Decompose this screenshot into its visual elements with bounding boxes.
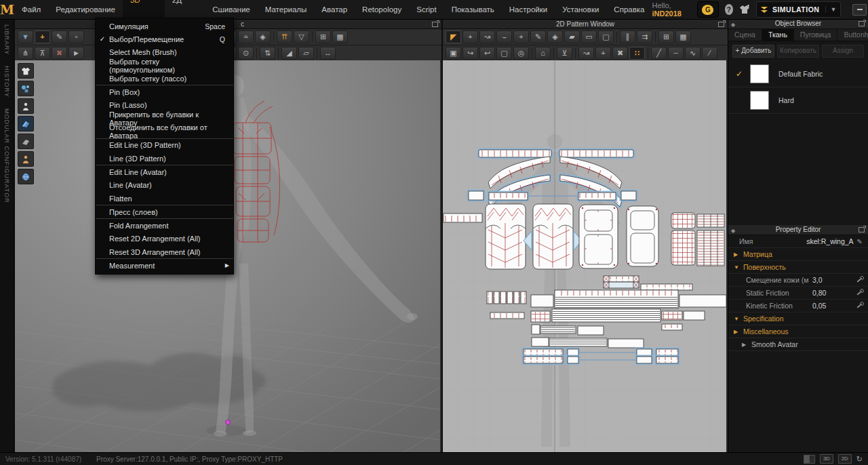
add-point-button[interactable]: + <box>513 31 529 43</box>
wrench-icon[interactable] <box>856 290 862 295</box>
gizmo-point[interactable] <box>226 420 231 425</box>
menubar-item-10[interactable]: Показывать <box>444 0 502 19</box>
show-world-icon[interactable] <box>18 169 34 184</box>
trace-button[interactable]: ◈ <box>547 31 563 43</box>
show-garment-icon[interactable] <box>18 63 34 79</box>
menu3d-item[interactable]: Отсоединить все булавки от Аватара <box>96 125 233 138</box>
fabric-check-icon[interactable]: ✓ <box>728 69 750 79</box>
select-plane-button[interactable]: ◢ <box>281 47 297 60</box>
property-value[interactable]: 3,0 <box>812 276 823 284</box>
select-cursor-button[interactable]: ► <box>68 47 84 60</box>
view-3d-button[interactable]: 3D <box>820 454 833 464</box>
rectangle-button[interactable]: ▭ <box>581 31 597 43</box>
help-icon[interactable]: ? <box>725 4 733 15</box>
pattern-left-strip[interactable] <box>443 214 482 222</box>
edit-curve-point-button[interactable]: ≈ <box>238 31 254 43</box>
section-specification[interactable]: ▼Specification <box>728 312 868 325</box>
seam-curve-button[interactable]: ∿ <box>685 47 701 60</box>
show-cloth-blue-icon[interactable] <box>18 116 34 132</box>
menubar-item-12[interactable]: Установки <box>555 0 606 19</box>
section-матрица[interactable]: ▶Матрица <box>728 248 868 261</box>
menubar-item-1[interactable]: Файл <box>14 0 48 19</box>
menubar-item-11[interactable]: Настройки <box>502 0 555 19</box>
tab-пуговица[interactable]: Пуговица <box>794 29 838 41</box>
popout-icon[interactable] <box>859 21 865 26</box>
fitting-pins-button[interactable]: ↔ <box>320 47 336 60</box>
fabric-swatch[interactable] <box>750 64 769 83</box>
pattern-grid-pieces[interactable] <box>671 213 724 266</box>
fabric-item[interactable]: ✓Default Fabric <box>728 61 868 87</box>
select-mesh-rect-button[interactable]: ▫ <box>68 31 84 43</box>
menu3d-item[interactable]: Flatten <box>96 192 233 205</box>
rounded-rect-button[interactable]: ▢ <box>598 31 614 43</box>
pattern-rounded-panel-2[interactable] <box>627 206 658 266</box>
zoom-pattern-button[interactable]: ◎ <box>513 47 529 60</box>
wrench-icon[interactable] <box>856 303 862 308</box>
simulate-button[interactable]: ▼ <box>18 31 33 43</box>
property-value[interactable]: 0,80 <box>812 289 826 297</box>
show-stitches-button[interactable]: ∷ <box>629 47 645 60</box>
fabric-item[interactable]: Hard <box>728 87 868 114</box>
select-grid-3d-button[interactable]: ⊞ <box>315 31 331 43</box>
property-value[interactable]: 0,05 <box>812 302 826 310</box>
menubar-item-13[interactable]: Справка <box>606 0 652 19</box>
assign-button[interactable]: Assign <box>822 45 864 58</box>
seam-angle-button[interactable]: ⁄ <box>702 47 717 60</box>
view-2d-button[interactable]: 2D <box>838 454 852 464</box>
polygon-button[interactable]: ▰ <box>564 31 580 43</box>
edit-pencil-icon[interactable]: ✎ <box>857 238 863 245</box>
menu3d-item[interactable]: СимуляцияSpace <box>96 20 233 33</box>
section-поверхность[interactable]: ▼Поверхность <box>728 261 868 274</box>
dock-tab-modular-configurator[interactable]: MODULAR CONFIGURATOR <box>3 108 10 203</box>
copy-pattern-button[interactable]: ▢ <box>496 47 512 60</box>
sew-shirt-button[interactable]: ⊻ <box>557 47 572 60</box>
name-value[interactable]: skel:R_wing_A <box>806 237 853 245</box>
show-cloth-gray-icon[interactable] <box>18 134 34 149</box>
rotate-cw-button[interactable]: ↩ <box>479 47 495 60</box>
dock-pin-icon[interactable]: ◆ <box>731 20 735 30</box>
tab-buttonhole[interactable]: Buttonhole <box>837 29 868 41</box>
show-avatar-skin-icon[interactable] <box>18 151 34 167</box>
show-avatar-icon[interactable] <box>18 98 34 114</box>
split-view-icon[interactable] <box>804 455 815 464</box>
select-grid-2d-button[interactable]: ⊞ <box>658 31 674 43</box>
menubar-item-9[interactable]: Script <box>409 0 443 19</box>
menubar-item-2[interactable]: Редактирование <box>48 0 123 19</box>
avatar-shirt-icon[interactable] <box>739 4 750 15</box>
account-badge-icon[interactable]: G <box>697 1 718 18</box>
zipper-button[interactable]: ⇅ <box>260 47 275 60</box>
menu3d-item[interactable]: Edit Line (3D Pattern) <box>96 139 233 152</box>
unfold-button[interactable]: ▣ <box>446 47 461 60</box>
menu3d-item[interactable]: Выбрать сетку (прямоугольником) <box>96 59 233 72</box>
show-particles-icon[interactable] <box>18 81 34 96</box>
edit-pattern-button[interactable]: + <box>462 31 478 43</box>
pattern-chevron-panel-2[interactable] <box>533 204 573 269</box>
seam-line-button[interactable]: ╱ <box>651 47 667 60</box>
2d-canvas[interactable]: .pw{fill:#fbfbfb;stroke:#2e2e2e;stroke-w… <box>443 60 728 452</box>
-добавить-button[interactable]: + Добавить <box>732 45 774 58</box>
edit-curvature-button[interactable]: ↝ <box>479 31 495 43</box>
arrangement-up-button[interactable]: ⇈ <box>277 31 292 43</box>
segment-sew-button[interactable]: ↝ <box>578 47 594 60</box>
grid-2d-button[interactable]: ▦ <box>675 31 691 43</box>
fabric-swatch[interactable] <box>750 91 769 110</box>
simulation-mode-button[interactable]: SIMULATION ▼ <box>756 1 841 18</box>
pleats-button[interactable]: ∥ <box>620 31 635 43</box>
menu3d-item[interactable]: Pin (Box) <box>96 85 233 98</box>
transform-pattern-button[interactable]: ◤ <box>446 31 461 43</box>
pen-button[interactable]: ✎ <box>530 31 546 43</box>
menubar-item-6[interactable]: Материалы <box>258 0 315 19</box>
lock-sphere-button[interactable]: ⊙ <box>238 47 254 60</box>
edit-curve-point-2d-button[interactable]: ⌣ <box>496 31 512 43</box>
popout-icon[interactable] <box>718 22 724 27</box>
pattern-rounded-panel-1[interactable] <box>579 205 618 268</box>
wrench-icon[interactable] <box>856 277 862 282</box>
section-miscellaneous[interactable]: ▶Miscellaneous <box>728 325 868 338</box>
menu3d-item[interactable]: Выбрать сетку (лассо) <box>96 72 233 85</box>
tab-ткань[interactable]: Ткань <box>762 29 794 41</box>
mn-sew-button[interactable]: ✖ <box>612 47 628 60</box>
копировать-button[interactable]: Копировать <box>777 45 819 58</box>
dock-tab-history[interactable]: HISTORY <box>3 66 10 98</box>
menubar-item-8[interactable]: Retopology <box>355 0 409 19</box>
menu3d-item[interactable]: Edit Line (Avatar) <box>96 165 233 178</box>
